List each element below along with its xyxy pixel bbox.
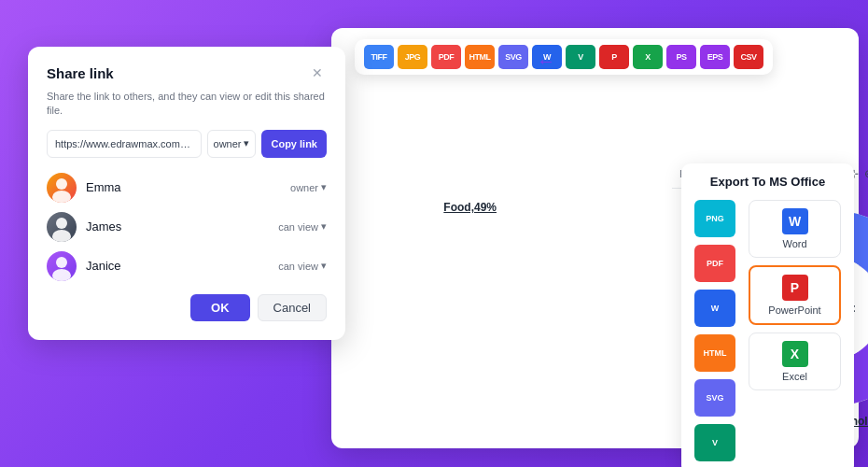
format-csv[interactable]: CSV [734,45,763,69]
format-jpg[interactable]: JPG [398,45,427,69]
user-name-emma: Emma [86,180,290,194]
export-icon-html[interactable]: HTML [694,334,735,372]
export-word-label: Word [782,238,806,249]
user-role-emma[interactable]: owner ▾ [290,181,327,193]
export-panel-title: Export To MS Office [694,175,841,189]
format-eps[interactable]: EPS [700,45,730,69]
svg-point-11 [52,269,71,281]
permission-dropdown[interactable]: owner ▾ [207,130,257,158]
user-row-james: James can view ▾ [47,212,327,242]
user-row-emma: Emma owner ▾ [47,173,327,203]
dialog-footer: OK Cancel [47,294,327,321]
export-panel: Export To MS Office PNG PDF W HTML SVG V… [681,163,854,467]
format-bar: TIFF JPG PDF HTML SVG W V P X PS EPS CSV [355,39,773,75]
avatar-james [47,212,77,242]
format-ppt[interactable]: P [599,45,629,69]
user-row-janice: Janice can view ▾ [47,251,327,281]
format-svg[interactable]: SVG [498,45,528,69]
export-icon-pdf[interactable]: PDF [694,245,735,282]
export-main: W Word P PowerPoint X Excel [749,200,841,390]
avatar-janice [47,251,77,281]
svg-point-6 [56,178,67,190]
dialog-title: Share link [47,65,114,81]
export-word-item[interactable]: W Word [749,200,841,258]
avatar-emma [47,173,77,203]
export-ppt-item[interactable]: P PowerPoint [749,265,841,325]
link-input[interactable] [47,130,202,158]
format-html[interactable]: HTML [465,45,495,69]
dialog-description: Share the link to others, and they can v… [47,90,327,119]
ok-button[interactable]: OK [190,294,250,321]
export-icon-visio[interactable]: V [694,424,735,461]
link-row: owner ▾ Copy link [47,130,327,158]
export-icon-svg[interactable]: SVG [694,379,735,417]
export-grid: PNG PDF W HTML SVG V W Word P PowerPoint… [694,200,841,461]
toolbar-link-icon[interactable]: ⊕ [864,165,868,182]
close-button[interactable]: ✕ [308,64,327,82]
export-excel-item[interactable]: X Excel [749,333,841,390]
export-sidebar: PNG PDF W HTML SVG V [694,200,741,461]
svg-point-9 [52,230,71,242]
dialog-header: Share link ✕ [47,64,327,82]
export-ppt-label: PowerPoint [768,304,820,316]
excel-icon: X [782,341,808,367]
format-pdf[interactable]: PDF [431,45,461,69]
format-xls[interactable]: X [633,45,663,69]
share-dialog: Share link ✕ Share the link to others, a… [28,47,345,340]
chart-label-food: Food,49% [443,201,497,214]
format-tiff[interactable]: TIFF [364,45,394,69]
user-name-james: James [86,219,278,234]
svg-point-10 [56,257,67,268]
svg-point-8 [56,218,67,229]
copy-link-button[interactable]: Copy link [261,130,327,158]
word-icon: W [782,208,808,234]
format-ps[interactable]: PS [666,45,696,69]
cancel-button[interactable]: Cancel [258,294,327,321]
export-excel-label: Excel [782,371,807,382]
arrow-indicator [537,50,555,72]
export-icon-png[interactable]: PNG [694,200,735,237]
ppt-icon: P [782,275,808,301]
svg-point-7 [52,191,71,203]
user-name-janice: Janice [86,259,278,273]
format-visio[interactable]: V [566,45,595,69]
user-role-janice[interactable]: can view ▾ [278,260,327,272]
user-role-james[interactable]: can view ▾ [278,220,327,233]
export-icon-word-small[interactable]: W [694,290,735,327]
